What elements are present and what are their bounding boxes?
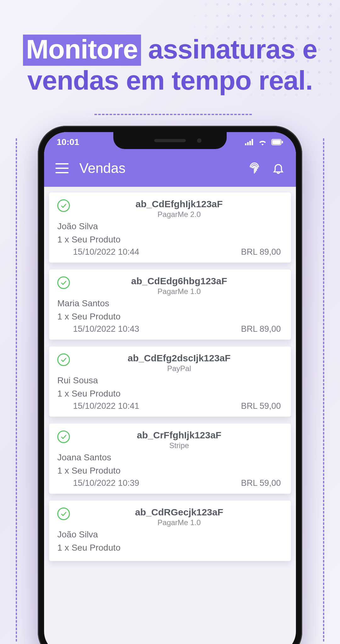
- product-line: 1 x Seu Produto: [57, 312, 283, 322]
- fingerprint-icon[interactable]: [248, 162, 261, 175]
- gateway-label: PayPal: [76, 364, 283, 373]
- sale-card[interactable]: ab_CdEfghIjk123aF PagarMe 2.0 João Silva…: [49, 192, 291, 263]
- sale-card[interactable]: ab_CdRGecjk123aF PagarMe 1.0 João Silva …: [49, 501, 291, 561]
- decorative-dash: [16, 138, 17, 641]
- sale-amount: BRL 59,00: [241, 401, 281, 411]
- product-line: 1 x Seu Produto: [57, 466, 283, 476]
- sale-datetime: 15/10/2022 10:41: [73, 401, 139, 411]
- customer-name: João Silva: [57, 530, 283, 540]
- phone-notch: [113, 132, 227, 149]
- product-line: 1 x Seu Produto: [57, 389, 283, 399]
- customer-name: Joana Santos: [57, 452, 283, 463]
- sales-list[interactable]: ab_CdEfghIjk123aF PagarMe 2.0 João Silva…: [44, 187, 296, 567]
- bell-icon[interactable]: [272, 162, 285, 175]
- success-check-icon: [57, 430, 70, 443]
- customer-name: Maria Santos: [57, 298, 283, 308]
- success-check-icon: [57, 353, 70, 366]
- customer-name: Rui Sousa: [57, 375, 283, 386]
- product-line: 1 x Seu Produto: [57, 235, 283, 245]
- decorative-dash: [94, 114, 252, 115]
- success-check-icon: [57, 508, 70, 520]
- battery-icon: [271, 139, 283, 145]
- sale-datetime: 15/10/2022 10:44: [73, 247, 139, 257]
- gateway-label: PagarMe 1.0: [76, 287, 283, 296]
- headline-highlight: Monitore: [23, 35, 141, 66]
- headline-part1: assinaturas e: [148, 34, 317, 64]
- sale-amount: BRL 89,00: [241, 324, 281, 334]
- transaction-id: ab_CdEfghIjk123aF: [76, 199, 283, 209]
- success-check-icon: [57, 276, 70, 289]
- status-time: 10:01: [57, 137, 79, 147]
- sale-amount: BRL 59,00: [241, 478, 281, 488]
- sale-card[interactable]: ab_CdEdg6hbg123aF PagarMe 1.0 Maria Sant…: [49, 269, 291, 340]
- gateway-label: PagarMe 2.0: [76, 210, 283, 219]
- customer-name: João Silva: [57, 221, 283, 231]
- marketing-headline: Monitore assinaturas e vendas em tempo r…: [0, 35, 340, 95]
- sale-card[interactable]: ab_CrFfghIjk123aF Stripe Joana Santos 1 …: [49, 424, 291, 494]
- decorative-dash: [323, 138, 324, 641]
- sale-card[interactable]: ab_CdEfg2dscIjk123aF PayPal Rui Sousa 1 …: [49, 347, 291, 417]
- transaction-id: ab_CdEfg2dscIjk123aF: [76, 353, 283, 364]
- sale-amount: BRL 89,00: [241, 247, 281, 257]
- gateway-label: Stripe: [76, 441, 283, 450]
- svg-rect-1: [272, 140, 280, 144]
- menu-button[interactable]: [55, 163, 69, 173]
- phone-mockup: 10:01 Vendas: [38, 126, 302, 644]
- transaction-id: ab_CrFfghIjk123aF: [76, 430, 283, 441]
- signal-icon: [245, 139, 254, 145]
- svg-rect-2: [282, 141, 283, 143]
- transaction-id: ab_CdEdg6hbg123aF: [76, 276, 283, 286]
- wifi-icon: [258, 139, 267, 146]
- gateway-label: PagarMe 1.0: [76, 518, 283, 527]
- transaction-id: ab_CdRGecjk123aF: [76, 507, 283, 518]
- sale-datetime: 15/10/2022 10:43: [73, 324, 139, 334]
- page-title: Vendas: [79, 160, 237, 176]
- product-line: 1 x Seu Produto: [57, 543, 283, 553]
- headline-line2: vendas em tempo real.: [27, 65, 313, 95]
- app-header: Vendas: [44, 152, 296, 187]
- success-check-icon: [57, 199, 70, 212]
- sale-datetime: 15/10/2022 10:39: [73, 478, 139, 488]
